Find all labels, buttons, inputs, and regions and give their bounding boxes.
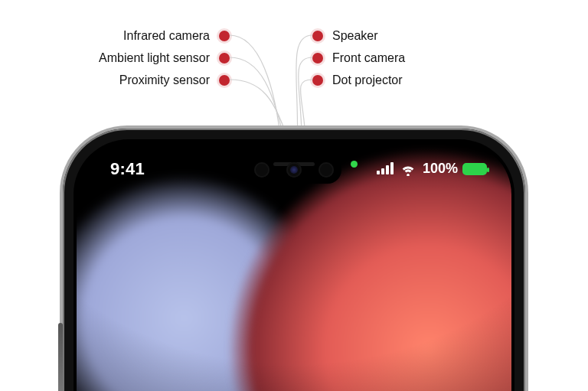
label-dot-projector: Dot projector [312,74,403,86]
status-bar: 9:41 100% [77,159,511,184]
svg-rect-1 [381,168,384,174]
phone-frame: 9:41 100% [63,129,525,391]
label-text: Proximity sensor [119,74,210,86]
cellular-icon [377,162,394,176]
label-column-right: Speaker Front camera Dot projector [312,30,557,86]
svg-rect-3 [390,162,394,174]
label-column-left: Infrared camera Ambient light sensor Pro… [0,30,230,86]
marker-dot-icon [312,75,323,86]
marker-dot-icon [219,75,230,86]
svg-rect-2 [386,165,389,174]
diagram-canvas: Infrared camera Ambient light sensor Pro… [0,0,588,391]
marker-dot-icon [219,31,230,41]
battery-icon [462,163,487,175]
svg-rect-0 [377,171,380,174]
status-time: 9:41 [110,159,145,179]
marker-dot-icon [312,53,323,64]
label-text: Ambient light sensor [99,52,210,64]
marker-dot-icon [312,31,323,41]
label-proximity-sensor: Proximity sensor [119,74,230,86]
label-text: Speaker [332,30,378,42]
label-ambient-light-sensor: Ambient light sensor [99,52,230,64]
label-speaker: Speaker [312,30,378,42]
phone-screen: 9:41 100% [77,142,511,391]
label-text: Infrared camera [123,30,210,42]
wifi-icon [400,162,416,176]
battery-percent: 100% [423,161,458,177]
label-infrared-camera: Infrared camera [123,30,230,42]
label-text: Front camera [332,52,405,64]
marker-dot-icon [219,53,230,64]
label-text: Dot projector [332,74,403,86]
status-right: 100% [377,161,487,177]
side-button-icon [58,323,63,391]
label-front-camera: Front camera [312,52,405,64]
